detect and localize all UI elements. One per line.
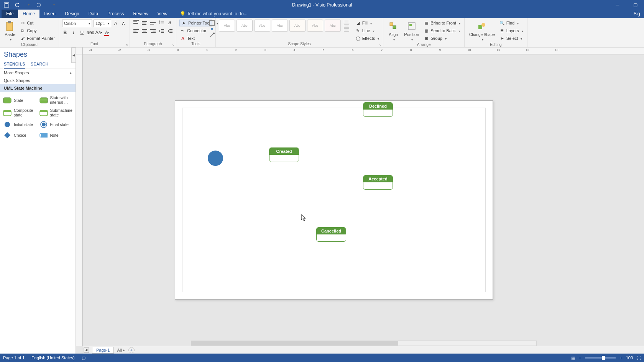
more-shapes-button[interactable]: More Shapes▸ [0,69,76,77]
zoom-slider-knob[interactable] [602,356,605,360]
shape-initial-state[interactable]: Initial state [3,121,36,128]
macro-record-icon[interactable]: ▢ [82,355,85,360]
tab-view[interactable]: View [153,10,172,18]
zoom-slider[interactable] [585,357,616,359]
state-declined[interactable]: Declined [363,102,393,117]
align-right-button[interactable] [150,28,156,34]
underline-button[interactable]: U [79,29,85,36]
copy-button[interactable]: ⧉Copy [19,27,56,34]
maximize-button[interactable]: ▢ [626,0,644,10]
x-tool-button[interactable]: ✕ [209,26,215,32]
style-swatch-1[interactable]: Abc [219,20,235,32]
zoom-in-button[interactable]: + [619,355,622,360]
rectangle-tool-button[interactable] [209,20,215,26]
font-color-button[interactable]: A▾ [104,29,110,36]
fit-page-button[interactable]: ⛶ [637,355,641,360]
effects-button[interactable]: ◯Effects [355,35,380,42]
send-back-button[interactable]: ▩Send to Back [423,27,461,34]
save-icon[interactable] [2,1,11,9]
shape-state[interactable]: State [3,96,36,105]
tab-review[interactable]: Review [128,10,153,18]
find-button[interactable]: 🔍Find [499,20,524,26]
align-bottom-button[interactable] [150,20,156,26]
styles-launcher-icon[interactable]: ↘ [379,43,381,46]
change-case-button[interactable]: Aa▾ [96,29,102,36]
style-gallery[interactable]: Abc Abc Abc Abc Abc Abc Abc [219,20,349,32]
style-swatch-3[interactable]: Abc [254,20,270,32]
state-created[interactable]: Created [269,147,299,162]
search-tab[interactable]: SEARCH [31,60,49,69]
chevron-down-icon[interactable] [344,24,349,28]
bullets-button[interactable] [158,20,164,26]
style-swatch-4[interactable]: Abc [272,20,288,32]
tab-data[interactable]: Data [84,10,103,18]
select-button[interactable]: ➤Select [499,35,524,42]
grow-font-button[interactable]: A [113,20,119,26]
bring-front-button[interactable]: ▦Bring to Front [423,20,461,26]
align-middle-button[interactable] [141,20,148,26]
align-center-button[interactable] [141,28,148,34]
chevron-up-icon[interactable] [344,20,349,23]
minimize-button[interactable]: ─ [609,0,626,10]
gallery-expand-icon[interactable] [344,28,349,32]
style-swatch-2[interactable]: Abc [237,20,253,32]
undo-icon[interactable] [13,1,21,9]
align-left-button[interactable] [133,28,139,34]
state-accepted[interactable]: Accepted [363,175,393,190]
redo-icon[interactable] [34,1,43,9]
presentation-mode-button[interactable]: ▦ [571,355,575,360]
horizontal-scrollbar[interactable] [191,341,537,346]
tell-me-search[interactable]: 💡Tell me what you want to do... [177,10,251,18]
style-swatch-6[interactable]: Abc [307,20,323,32]
shrink-font-button[interactable]: A [120,20,127,26]
tab-home[interactable]: Home [18,10,39,18]
quick-shapes-button[interactable]: Quick Shapes [0,77,76,84]
layers-button[interactable]: ≣Layers [499,27,524,34]
shape-dropdown-icon[interactable] [215,20,218,26]
font-name-combo[interactable]: Calibri▾ [62,20,92,27]
undo-dropdown-icon[interactable] [24,1,32,9]
tab-file[interactable]: File [2,10,18,18]
shape-choice[interactable]: Choice [3,132,36,139]
bold-button[interactable]: B [62,29,68,36]
drawing-page[interactable]: Declined Created Accepted Cancelled [175,100,493,300]
shape-composite-state[interactable]: Composite state [3,108,36,117]
zoom-level[interactable]: 100 [626,355,633,360]
zoom-out-button[interactable]: − [579,355,581,360]
group-button[interactable]: ⊞Group [423,35,461,42]
tab-process[interactable]: Process [103,10,128,18]
status-language[interactable]: English (United States) [31,355,75,360]
collapse-panel-button[interactable]: ◀ [71,48,76,63]
italic-button[interactable]: I [71,29,77,36]
decrease-indent-button[interactable] [158,28,164,34]
cut-button[interactable]: ✂Cut [19,20,56,26]
paragraph-launcher-icon[interactable]: ↘ [172,43,174,46]
shape-submachine-state[interactable]: Submachine state [39,108,73,117]
shape-note[interactable]: Note [39,132,73,139]
stencils-tab[interactable]: STENCILS [4,60,25,69]
format-painter-button[interactable]: 🖌Format Painter [19,35,56,42]
position-button[interactable]: Position [402,20,421,43]
scrollbar-thumb[interactable] [191,341,398,346]
style-swatch-5[interactable]: Abc [289,20,306,32]
paste-button[interactable]: Paste [3,20,17,43]
line-button[interactable]: ✎Line [355,27,380,34]
align-top-button[interactable] [133,20,139,26]
stencil-uml-state[interactable]: UML State Machine [0,84,76,92]
page-tab-1[interactable]: Page-1 [92,347,114,354]
add-page-button[interactable]: ＋ [128,347,135,353]
connection-point-button[interactable] [209,33,215,38]
qat-customize-icon[interactable] [49,1,58,9]
tab-design[interactable]: Design [60,10,84,18]
state-cancelled[interactable]: Cancelled [316,227,346,242]
tab-insert[interactable]: Insert [39,10,60,18]
font-launcher-icon[interactable]: ↘ [125,43,128,46]
align-button[interactable]: Align [386,20,400,43]
shape-final-state[interactable]: Final state [39,121,73,128]
text-tool-button[interactable]: AText [179,35,196,42]
connector-tool-button[interactable]: ⤳Connector [179,27,207,34]
clear-formatting-button[interactable]: A [167,20,173,26]
page-nav-left-icon[interactable]: ◀ [84,347,89,353]
shape-state-internal[interactable]: State with internal ... [39,96,73,105]
style-swatch-7[interactable]: Abc [325,20,341,32]
